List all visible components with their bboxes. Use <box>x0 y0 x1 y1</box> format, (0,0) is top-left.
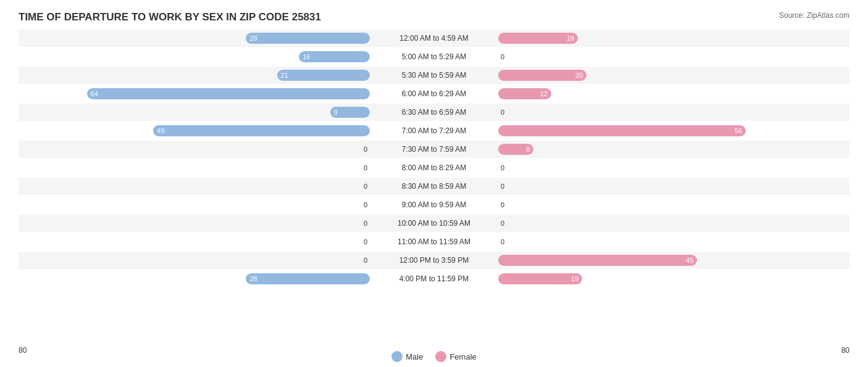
male-zero-label: 0 <box>364 183 367 190</box>
female-zero-label: 0 <box>501 183 504 190</box>
male-bar-label: 28 <box>249 275 257 282</box>
table-row: 2812:00 AM to 4:59 AM18 <box>19 30 849 47</box>
male-bar: 28 <box>246 273 370 284</box>
time-label: 5:30 AM to 5:59 AM <box>372 71 496 80</box>
female-zero-label: 0 <box>501 201 504 208</box>
time-label: 9:00 AM to 9:59 AM <box>372 200 496 209</box>
time-label: 11:00 AM to 11:59 AM <box>372 237 496 246</box>
table-row: 012:00 PM to 3:59 PM45 <box>19 252 849 269</box>
chart-title: TIME OF DEPARTURE TO WORK BY SEX IN ZIP … <box>19 11 849 23</box>
female-bar: 12 <box>498 88 551 99</box>
chart-body: 2812:00 AM to 4:59 AM18165:00 AM to 5:29… <box>19 30 849 287</box>
male-bar-label: 21 <box>281 72 288 79</box>
male-bar: 49 <box>153 125 370 136</box>
bottom-area: 80 Male Female 80 <box>19 346 849 362</box>
table-row: 284:00 PM to 11:59 PM19 <box>19 270 849 287</box>
male-zero-label: 0 <box>364 146 367 153</box>
male-bar: 28 <box>246 33 370 44</box>
time-label: 6:30 AM to 6:59 AM <box>372 108 496 117</box>
table-row: 497:00 AM to 7:29 AM56 <box>19 122 849 139</box>
male-bar-label: 9 <box>334 109 338 116</box>
female-zero-label: 0 <box>501 238 504 245</box>
female-swatch <box>435 351 446 362</box>
time-label: 6:00 AM to 6:29 AM <box>372 89 496 98</box>
legend-male: Male <box>391 351 423 362</box>
female-bar-label: 18 <box>567 35 574 42</box>
time-label: 12:00 AM to 4:59 AM <box>372 34 496 43</box>
time-label: 8:30 AM to 8:59 AM <box>372 182 496 191</box>
time-label: 5:00 AM to 5:29 AM <box>372 52 496 61</box>
legend-female-label: Female <box>449 352 476 361</box>
male-bar-label: 28 <box>249 35 257 42</box>
male-swatch <box>391 351 403 362</box>
source-label: Source: ZipAtlas.com <box>779 11 849 20</box>
table-row: 08:30 AM to 8:59 AM0 <box>19 178 849 195</box>
female-bar: 19 <box>498 273 582 284</box>
male-bar-label: 16 <box>303 53 310 60</box>
table-row: 215:30 AM to 5:59 AM20 <box>19 67 849 84</box>
male-zero-label: 0 <box>364 201 367 208</box>
legend: Male Female <box>391 351 477 362</box>
male-bar: 16 <box>299 51 370 62</box>
female-bar-label: 12 <box>540 90 548 97</box>
table-row: 07:30 AM to 7:59 AM8 <box>19 141 849 158</box>
chart-container: TIME OF DEPARTURE TO WORK BY SEX IN ZIP … <box>0 0 868 367</box>
male-bar: 9 <box>330 107 370 118</box>
male-zero-label: 0 <box>364 220 367 227</box>
male-zero-label: 0 <box>364 257 367 264</box>
female-bar: 45 <box>498 255 697 266</box>
male-bar: 64 <box>87 88 370 99</box>
time-label: 4:00 PM to 11:59 PM <box>372 274 496 283</box>
male-zero-label: 0 <box>364 164 367 171</box>
female-bar: 18 <box>498 33 578 44</box>
female-zero-label: 0 <box>501 109 504 116</box>
axis-left-label: 80 <box>19 346 27 362</box>
axis-right-label: 80 <box>841 346 849 362</box>
male-bar: 21 <box>277 70 370 81</box>
table-row: 08:00 AM to 8:29 AM0 <box>19 159 849 176</box>
time-label: 8:00 AM to 8:29 AM <box>372 163 496 172</box>
table-row: 011:00 AM to 11:59 AM0 <box>19 233 849 250</box>
legend-female: Female <box>435 351 476 362</box>
axis-labels: 80 Male Female 80 <box>19 346 849 362</box>
male-bar-label: 64 <box>91 90 98 97</box>
legend-male-label: Male <box>406 352 423 361</box>
female-bar-label: 45 <box>686 257 693 264</box>
male-zero-label: 0 <box>364 238 367 245</box>
time-label: 7:30 AM to 7:59 AM <box>372 145 496 154</box>
table-row: 646:00 AM to 6:29 AM12 <box>19 85 849 102</box>
female-bar: 56 <box>498 125 746 136</box>
female-zero-label: 0 <box>501 220 504 227</box>
female-bar-label: 20 <box>575 72 583 79</box>
table-row: 09:00 AM to 9:59 AM0 <box>19 196 849 213</box>
time-label: 10:00 AM to 10:59 AM <box>372 219 496 228</box>
male-bar-label: 49 <box>157 127 164 134</box>
female-bar-label: 8 <box>526 146 530 153</box>
time-label: 7:00 AM to 7:29 AM <box>372 126 496 135</box>
female-zero-label: 0 <box>501 164 504 171</box>
table-row: 165:00 AM to 5:29 AM0 <box>19 48 849 65</box>
table-row: 010:00 AM to 10:59 AM0 <box>19 215 849 232</box>
female-bar: 8 <box>498 144 533 155</box>
female-bar-label: 56 <box>735 127 742 134</box>
female-bar: 20 <box>498 70 586 81</box>
time-label: 12:00 PM to 3:59 PM <box>372 256 496 265</box>
female-bar-label: 19 <box>571 275 578 282</box>
table-row: 96:30 AM to 6:59 AM0 <box>19 104 849 121</box>
female-zero-label: 0 <box>501 53 504 60</box>
